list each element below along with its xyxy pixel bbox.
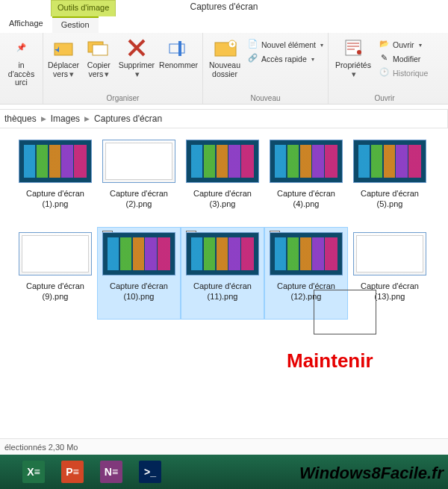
ribbon-tabs: Affichage Gestion	[0, 16, 448, 33]
file-name: Capture d'écran(9).png	[26, 281, 84, 302]
context-tab-image-tools[interactable]: Outils d'image	[51, 0, 116, 16]
watermark-text: Windows8Facile.fr	[299, 464, 444, 483]
folder-move-icon	[52, 36, 75, 60]
file-thumbnail	[353, 232, 426, 275]
chevron-down-icon: ▾	[311, 56, 314, 63]
marquee-selection-box	[314, 290, 376, 334]
group-clipboard-partial: 📌 in d'accès urci	[0, 33, 43, 104]
file-area[interactable]: Capture d'écran(1).pngCapture d'écran(2)…	[0, 128, 448, 440]
window-title: Captures d'écran	[190, 1, 258, 12]
chevron-down-icon: ▾	[69, 69, 74, 78]
file-thumbnail	[102, 140, 175, 183]
crumb[interactable]: Captures d'écran	[94, 113, 162, 124]
onenote-icon[interactable]: N≡	[100, 461, 122, 483]
status-text: électionnés 2,30 Mo	[4, 443, 78, 452]
open-button[interactable]: 📂 Ouvrir ▾	[378, 39, 422, 51]
file-name: Capture d'écran(3).png	[193, 189, 252, 210]
chevron-down-icon: ▾	[352, 70, 356, 79]
properties-button[interactable]: Propriétés ▾	[333, 36, 373, 78]
new-folder-icon: ✦	[213, 36, 237, 60]
file-thumbnail	[353, 140, 426, 183]
file-item[interactable]: Capture d'écran(4).png	[264, 134, 348, 227]
rename-button[interactable]: Renommer	[159, 36, 198, 70]
group-label: Ouvrir	[329, 94, 441, 102]
quick-access-icon: 🔗	[246, 53, 258, 65]
file-item[interactable]: Capture d'écran(9).png	[13, 227, 97, 320]
file-thumbnail	[19, 140, 92, 183]
history-icon: 🕑	[378, 67, 390, 79]
chevron-right-icon: ▶	[84, 115, 90, 122]
copy-to-button[interactable]: Copier vers▾	[84, 36, 114, 78]
pin-icon: 📌	[10, 36, 34, 60]
taskbar: X≡ P≡ N≡ >_ Windows8Facile.fr	[0, 455, 448, 489]
group-ouvrir: Propriétés ▾ 📂 Ouvrir ▾ ✎ Modifier 🕑 His…	[329, 33, 441, 104]
status-bar: électionnés 2,30 Mo	[0, 438, 448, 455]
edit-button[interactable]: ✎ Modifier	[378, 53, 420, 65]
open-icon: 📂	[378, 39, 390, 51]
file-item[interactable]: Capture d'écran(3).png	[181, 134, 264, 227]
breadcrumb[interactable]: thèques ▶ Images ▶ Captures d'écran	[0, 109, 448, 128]
folder-copy-icon	[87, 36, 111, 60]
file-thumbnail	[270, 232, 343, 275]
new-item-button[interactable]: 📄 Nouvel élément ▾	[246, 39, 323, 51]
file-item[interactable]: Capture d'écran(5).png	[348, 134, 432, 227]
file-name: Capture d'écran(1).png	[26, 189, 84, 210]
file-item[interactable]: Capture d'écran(2).png	[97, 134, 181, 227]
file-item[interactable]: ✓Capture d'écran(11).png	[181, 227, 264, 320]
svg-rect-4	[178, 41, 181, 56]
new-item-icon: 📄	[246, 39, 258, 51]
file-thumbnail	[102, 232, 175, 275]
edit-icon: ✎	[378, 53, 390, 65]
chevron-right-icon: ▶	[41, 115, 46, 122]
chevron-down-icon: ▾	[419, 42, 422, 49]
group-nouveau: ✦ Nouveau dossier 📄 Nouvel élément ▾ 🔗 A…	[203, 33, 329, 104]
pin-access-button[interactable]: 📌 in d'accès urci	[4, 36, 38, 87]
file-thumbnail	[186, 140, 259, 183]
delete-button[interactable]: Supprimer ▾	[119, 36, 155, 78]
ribbon: 📌 in d'accès urci Déplacer vers▾ Copier …	[0, 33, 448, 105]
chevron-down-icon: ▾	[320, 42, 323, 49]
file-thumbnail	[19, 232, 92, 275]
file-grid: Capture d'écran(1).pngCapture d'écran(2)…	[0, 134, 448, 320]
chevron-down-icon: ▾	[105, 69, 109, 78]
excel-icon[interactable]: X≡	[22, 461, 45, 483]
svg-rect-3	[169, 44, 184, 53]
rename-icon	[167, 36, 190, 60]
group-label: Nouveau	[203, 94, 328, 102]
annotation-text: Maintenir	[287, 349, 373, 373]
chevron-down-icon: ▾	[135, 70, 140, 79]
file-name: Capture d'écran(10).png	[110, 281, 168, 302]
new-folder-button[interactable]: ✦ Nouveau dossier	[208, 36, 242, 78]
file-item[interactable]: Capture d'écran(1).png	[13, 134, 97, 227]
move-to-button[interactable]: Déplacer vers▾	[48, 36, 79, 78]
file-name: Capture d'écran(11).png	[193, 281, 252, 302]
file-thumbnail	[186, 232, 259, 275]
powershell-icon[interactable]: >_	[139, 461, 161, 483]
quick-access-button[interactable]: 🔗 Accès rapide ▾	[246, 53, 314, 65]
history-button[interactable]: 🕑 Historique	[378, 67, 428, 79]
svg-rect-2	[93, 45, 108, 55]
file-name: Capture d'écran(4).png	[277, 189, 335, 210]
group-label: Organiser	[43, 94, 202, 102]
powerpoint-icon[interactable]: P≡	[61, 461, 84, 483]
file-name: Capture d'écran(2).png	[110, 189, 168, 210]
group-organiser: Déplacer vers▾ Copier vers▾ Supprimer ▾ …	[43, 33, 203, 104]
title-bar: Outils d'image Captures d'écran	[0, 0, 448, 16]
crumb[interactable]: Images	[51, 113, 80, 124]
svg-text:✦: ✦	[230, 41, 235, 48]
crumb[interactable]: thèques	[4, 113, 37, 124]
tab-affichage[interactable]: Affichage	[0, 16, 52, 33]
file-item[interactable]: ✓Capture d'écran(10).png	[97, 227, 181, 320]
svg-point-9	[357, 50, 361, 54]
tab-gestion[interactable]: Gestion	[52, 16, 99, 33]
properties-icon	[341, 36, 365, 60]
delete-x-icon	[125, 36, 149, 60]
file-name: Capture d'écran(5).png	[361, 189, 419, 210]
file-thumbnail	[270, 140, 343, 183]
